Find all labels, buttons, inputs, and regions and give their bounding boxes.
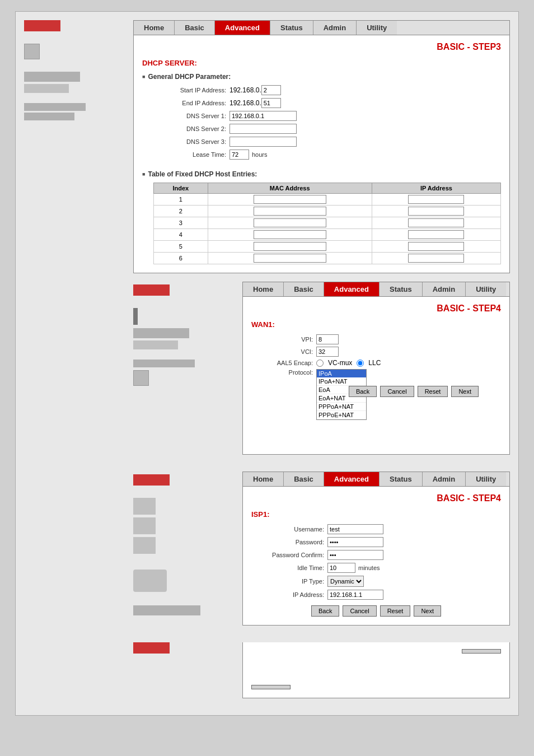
nav-advanced-1[interactable]: Advanced (215, 21, 270, 35)
lease-input[interactable] (229, 150, 249, 160)
row5-ip (372, 241, 500, 253)
nav2-home[interactable]: Home (243, 282, 284, 296)
start-ip-input[interactable] (261, 85, 281, 95)
confirm-label: Password Confirm: (257, 552, 324, 558)
row5-index: 5 (154, 241, 208, 253)
row1-mac-input[interactable] (254, 195, 326, 204)
iptype-select[interactable]: Dynamic Static (327, 576, 364, 587)
row2-ip-input[interactable] (408, 207, 464, 216)
sidebar (24, 20, 128, 707)
nav2-admin[interactable]: Admin (423, 282, 466, 296)
row3-mac-input[interactable] (254, 218, 326, 227)
row5-ip-input[interactable] (408, 242, 464, 251)
isp-next-button[interactable]: Next (414, 605, 441, 617)
nav3-home[interactable]: Home (243, 472, 284, 486)
row5-mac (208, 241, 372, 253)
bottom-button-right[interactable] (462, 649, 501, 654)
nav3-status[interactable]: Status (380, 472, 423, 486)
nav3-utility[interactable]: Utility (466, 472, 506, 486)
main-content: Home Basic Advanced Status Admin Utility… (133, 20, 510, 707)
sidebar-line2 (24, 113, 74, 120)
lease-row: Lease Time: hours (142, 150, 501, 160)
row6-ip-input[interactable] (408, 254, 464, 263)
table-row: 4 (154, 229, 501, 241)
sidebar-bottom (133, 642, 237, 707)
end-ip-input[interactable] (261, 98, 281, 108)
isp-cancel-button[interactable]: Cancel (343, 605, 376, 617)
row6-ip (372, 253, 500, 264)
username-input[interactable] (327, 524, 383, 534)
aal5-vcmux-label: VC-mux (328, 359, 352, 367)
nav3-admin[interactable]: Admin (423, 472, 466, 486)
idletime-unit: minutes (358, 564, 380, 571)
bottom-content-area (242, 642, 510, 707)
sb2-gray-md (133, 340, 178, 349)
vci-label: VCI: (263, 348, 313, 355)
table-row: 3 (154, 217, 501, 229)
aal5-label: AAL5 Encap: (263, 360, 313, 366)
iptype-label: IP Type: (257, 578, 324, 585)
row4-ip-input[interactable] (408, 230, 464, 239)
row4-ip (372, 229, 500, 241)
row6-mac-input[interactable] (254, 254, 326, 263)
nav-utility-1[interactable]: Utility (357, 21, 397, 35)
aal5-vcmux-radio[interactable] (316, 360, 324, 367)
nav-status-1[interactable]: Status (270, 21, 313, 35)
row5-mac-input[interactable] (254, 242, 326, 251)
isp-back-button[interactable]: Back (311, 605, 339, 617)
ipaddr-input[interactable] (327, 590, 383, 600)
wan-section-title: WAN1: (251, 320, 501, 329)
vpi-input[interactable] (316, 334, 339, 344)
nav2-basic[interactable]: Basic (284, 282, 324, 296)
outer-wrapper: Home Basic Advanced Status Admin Utility… (15, 11, 519, 716)
row1-mac (208, 194, 372, 206)
row1-ip-input[interactable] (408, 195, 464, 204)
nav-bar-1: Home Basic Advanced Status Admin Utility (133, 20, 510, 35)
idletime-row: Idle Time: minutes (257, 563, 501, 573)
wan-back-button[interactable]: Back (349, 386, 377, 397)
aal5-llc-radio[interactable] (357, 360, 364, 367)
username-row: Username: (257, 524, 501, 534)
isp-reset-button[interactable]: Reset (380, 605, 411, 617)
sidebar-2 (133, 282, 237, 463)
protocol-dropdown-container: IPoA IPoA+NAT EoA EoA+NAT PPPoA+NAT PPPo… (316, 369, 367, 420)
end-ip-row: End IP Address: 192.168.0. (142, 98, 501, 108)
nav2-utility[interactable]: Utility (466, 282, 506, 296)
nav-basic-1[interactable]: Basic (175, 21, 215, 35)
confirm-input[interactable] (327, 550, 383, 560)
wan-next-button[interactable]: Next (451, 386, 479, 397)
vci-input[interactable] (316, 347, 339, 357)
wan-reset-button[interactable]: Reset (418, 386, 448, 397)
nav2-status[interactable]: Status (380, 282, 423, 296)
nav-home-1[interactable]: Home (134, 21, 175, 35)
dns1-input[interactable] (229, 111, 297, 121)
aal5-row: AAL5 Encap: VC-mux LLC (263, 359, 501, 367)
protocol-option-iponat[interactable]: IPoA+NAT (317, 377, 366, 386)
password-input[interactable] (327, 537, 383, 547)
nav-admin-1[interactable]: Admin (313, 21, 357, 35)
row2-index: 2 (154, 206, 208, 217)
col-index: Index (154, 183, 208, 194)
row2-mac-input[interactable] (254, 207, 326, 216)
sidebar-red-block (24, 20, 60, 31)
table-row: 1 (154, 194, 501, 206)
wan-cancel-button[interactable]: Cancel (380, 386, 414, 397)
protocol-option-pppoant[interactable]: PPPoA+NAT (317, 403, 366, 411)
nav3-basic[interactable]: Basic (284, 472, 324, 486)
idletime-input[interactable] (327, 563, 355, 573)
end-ip-label: End IP Address: (153, 100, 226, 106)
nav3-advanced[interactable]: Advanced (324, 472, 380, 486)
panel3-content: Home Basic Advanced Status Admin Utility… (242, 472, 510, 634)
sb3-small (133, 498, 156, 515)
row4-mac-input[interactable] (254, 230, 326, 239)
dns3-input[interactable] (229, 137, 297, 147)
dns2-input[interactable] (229, 124, 297, 134)
page-layout: Home Basic Advanced Status Admin Utility… (24, 20, 510, 707)
sb3-red (133, 474, 170, 486)
bottom-left-btn (251, 681, 501, 689)
dns2-label: DNS Server 2: (153, 125, 226, 132)
nav2-advanced[interactable]: Advanced (324, 282, 380, 296)
bottom-button-left[interactable] (251, 685, 291, 689)
row3-ip-input[interactable] (408, 218, 464, 227)
protocol-option-pppoent[interactable]: PPPoE+NAT (317, 411, 366, 419)
